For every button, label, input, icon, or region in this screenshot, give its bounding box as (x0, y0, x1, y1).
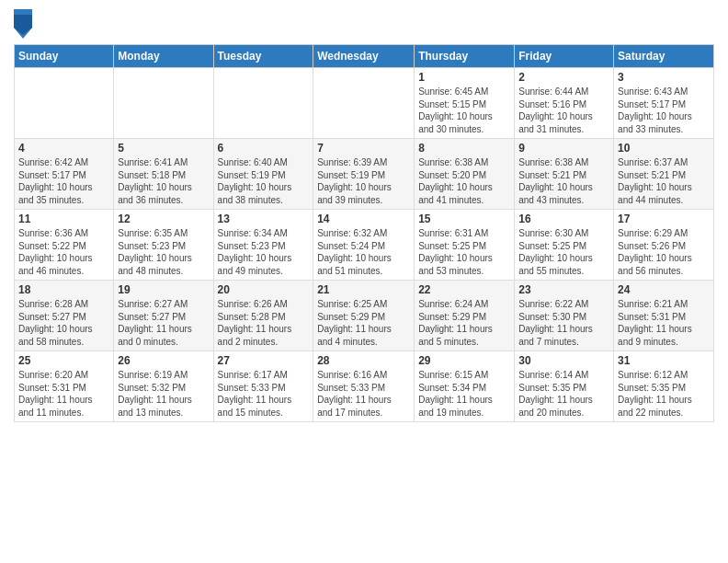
weekday-header-tuesday: Tuesday (213, 45, 313, 68)
day-info: Sunrise: 6:31 AM Sunset: 5:25 PM Dayligh… (418, 227, 510, 277)
weekday-header-saturday: Saturday (614, 45, 714, 68)
day-info: Sunrise: 6:20 AM Sunset: 5:31 PM Dayligh… (18, 369, 109, 419)
weekday-header-wednesday: Wednesday (313, 45, 415, 68)
calendar-cell (114, 68, 213, 139)
day-number: 19 (118, 283, 209, 296)
day-info: Sunrise: 6:27 AM Sunset: 5:27 PM Dayligh… (118, 298, 209, 348)
day-info: Sunrise: 6:12 AM Sunset: 5:35 PM Dayligh… (618, 369, 710, 419)
day-number: 27 (218, 354, 310, 367)
day-number: 12 (118, 213, 209, 225)
day-info: Sunrise: 6:22 AM Sunset: 5:30 PM Dayligh… (518, 298, 609, 348)
day-number: 9 (518, 142, 609, 155)
day-info: Sunrise: 6:26 AM Sunset: 5:28 PM Dayligh… (218, 298, 310, 348)
day-info: Sunrise: 6:29 AM Sunset: 5:26 PM Dayligh… (618, 227, 710, 277)
calendar-cell: 29Sunrise: 6:15 AM Sunset: 5:34 PM Dayli… (415, 351, 515, 422)
day-number: 31 (618, 354, 710, 367)
calendar-cell: 3Sunrise: 6:43 AM Sunset: 5:17 PM Daylig… (614, 68, 714, 139)
day-number: 18 (18, 283, 109, 296)
day-info: Sunrise: 6:34 AM Sunset: 5:23 PM Dayligh… (218, 227, 310, 277)
calendar-cell: 2Sunrise: 6:44 AM Sunset: 5:16 PM Daylig… (515, 68, 614, 139)
day-info: Sunrise: 6:15 AM Sunset: 5:34 PM Dayligh… (418, 369, 510, 419)
day-number: 2 (518, 71, 609, 84)
day-info: Sunrise: 6:21 AM Sunset: 5:31 PM Dayligh… (618, 298, 710, 348)
header (14, 9, 714, 39)
logo-icon (14, 9, 32, 39)
day-info: Sunrise: 6:38 AM Sunset: 5:20 PM Dayligh… (418, 156, 510, 206)
week-row-2: 4Sunrise: 6:42 AM Sunset: 5:17 PM Daylig… (15, 139, 714, 210)
calendar-cell: 12Sunrise: 6:35 AM Sunset: 5:23 PM Dayli… (114, 210, 213, 281)
calendar-cell: 7Sunrise: 6:39 AM Sunset: 5:19 PM Daylig… (313, 139, 415, 210)
calendar-cell: 25Sunrise: 6:20 AM Sunset: 5:31 PM Dayli… (15, 351, 114, 422)
day-info: Sunrise: 6:37 AM Sunset: 5:21 PM Dayligh… (618, 156, 710, 206)
calendar-cell: 17Sunrise: 6:29 AM Sunset: 5:26 PM Dayli… (614, 210, 714, 281)
day-info: Sunrise: 6:30 AM Sunset: 5:25 PM Dayligh… (518, 227, 609, 277)
day-number: 16 (518, 213, 609, 225)
calendar-cell: 13Sunrise: 6:34 AM Sunset: 5:23 PM Dayli… (213, 210, 313, 281)
day-info: Sunrise: 6:19 AM Sunset: 5:32 PM Dayligh… (118, 369, 209, 419)
day-number: 26 (118, 354, 209, 367)
day-number: 17 (618, 213, 710, 225)
day-info: Sunrise: 6:41 AM Sunset: 5:18 PM Dayligh… (118, 156, 209, 206)
calendar-cell: 30Sunrise: 6:14 AM Sunset: 5:35 PM Dayli… (515, 351, 614, 422)
logo (14, 9, 36, 39)
calendar-table: SundayMondayTuesdayWednesdayThursdayFrid… (14, 44, 714, 422)
week-row-4: 18Sunrise: 6:28 AM Sunset: 5:27 PM Dayli… (15, 281, 714, 351)
week-row-1: 1Sunrise: 6:45 AM Sunset: 5:15 PM Daylig… (15, 68, 714, 139)
day-info: Sunrise: 6:28 AM Sunset: 5:27 PM Dayligh… (18, 298, 109, 348)
calendar-cell (313, 68, 415, 139)
calendar-cell: 6Sunrise: 6:40 AM Sunset: 5:19 PM Daylig… (213, 139, 313, 210)
calendar-cell: 14Sunrise: 6:32 AM Sunset: 5:24 PM Dayli… (313, 210, 415, 281)
day-number: 5 (118, 142, 209, 155)
calendar-cell: 18Sunrise: 6:28 AM Sunset: 5:27 PM Dayli… (15, 281, 114, 351)
day-number: 25 (18, 354, 109, 367)
calendar-cell: 20Sunrise: 6:26 AM Sunset: 5:28 PM Dayli… (213, 281, 313, 351)
weekday-header-monday: Monday (114, 45, 213, 68)
weekday-header-friday: Friday (515, 45, 614, 68)
svg-marker-1 (14, 15, 32, 35)
day-number: 20 (218, 283, 310, 296)
calendar-cell: 22Sunrise: 6:24 AM Sunset: 5:29 PM Dayli… (415, 281, 515, 351)
day-number: 1 (418, 71, 510, 84)
calendar-cell: 23Sunrise: 6:22 AM Sunset: 5:30 PM Dayli… (515, 281, 614, 351)
calendar-cell: 24Sunrise: 6:21 AM Sunset: 5:31 PM Dayli… (614, 281, 714, 351)
day-info: Sunrise: 6:24 AM Sunset: 5:29 PM Dayligh… (418, 298, 510, 348)
day-number: 28 (317, 354, 410, 367)
calendar-cell: 15Sunrise: 6:31 AM Sunset: 5:25 PM Dayli… (415, 210, 515, 281)
calendar-cell: 16Sunrise: 6:30 AM Sunset: 5:25 PM Dayli… (515, 210, 614, 281)
calendar-cell: 1Sunrise: 6:45 AM Sunset: 5:15 PM Daylig… (415, 68, 515, 139)
calendar-cell: 27Sunrise: 6:17 AM Sunset: 5:33 PM Dayli… (213, 351, 313, 422)
day-number: 29 (418, 354, 510, 367)
weekday-header-row: SundayMondayTuesdayWednesdayThursdayFrid… (15, 45, 714, 68)
week-row-3: 11Sunrise: 6:36 AM Sunset: 5:22 PM Dayli… (15, 210, 714, 281)
week-row-5: 25Sunrise: 6:20 AM Sunset: 5:31 PM Dayli… (15, 351, 714, 422)
calendar-cell: 5Sunrise: 6:41 AM Sunset: 5:18 PM Daylig… (114, 139, 213, 210)
calendar-cell: 19Sunrise: 6:27 AM Sunset: 5:27 PM Dayli… (114, 281, 213, 351)
day-info: Sunrise: 6:35 AM Sunset: 5:23 PM Dayligh… (118, 227, 209, 277)
day-number: 7 (317, 142, 410, 155)
day-number: 15 (418, 213, 510, 225)
day-number: 4 (18, 142, 109, 155)
day-info: Sunrise: 6:45 AM Sunset: 5:15 PM Dayligh… (418, 86, 510, 135)
day-number: 6 (218, 142, 310, 155)
day-info: Sunrise: 6:32 AM Sunset: 5:24 PM Dayligh… (317, 227, 410, 277)
day-info: Sunrise: 6:14 AM Sunset: 5:35 PM Dayligh… (518, 369, 609, 419)
day-info: Sunrise: 6:38 AM Sunset: 5:21 PM Dayligh… (518, 156, 609, 206)
day-info: Sunrise: 6:16 AM Sunset: 5:33 PM Dayligh… (317, 369, 410, 419)
calendar-cell: 28Sunrise: 6:16 AM Sunset: 5:33 PM Dayli… (313, 351, 415, 422)
day-number: 10 (618, 142, 710, 155)
day-number: 8 (418, 142, 510, 155)
day-number: 24 (618, 283, 710, 296)
calendar-cell: 9Sunrise: 6:38 AM Sunset: 5:21 PM Daylig… (515, 139, 614, 210)
day-number: 21 (317, 283, 410, 296)
calendar-cell: 26Sunrise: 6:19 AM Sunset: 5:32 PM Dayli… (114, 351, 213, 422)
day-info: Sunrise: 6:42 AM Sunset: 5:17 PM Dayligh… (18, 156, 109, 206)
page-container: SundayMondayTuesdayWednesdayThursdayFrid… (0, 0, 728, 427)
day-number: 11 (18, 213, 109, 225)
calendar-cell (213, 68, 313, 139)
calendar-cell: 11Sunrise: 6:36 AM Sunset: 5:22 PM Dayli… (15, 210, 114, 281)
day-info: Sunrise: 6:39 AM Sunset: 5:19 PM Dayligh… (317, 156, 410, 206)
day-info: Sunrise: 6:36 AM Sunset: 5:22 PM Dayligh… (18, 227, 109, 277)
day-number: 30 (518, 354, 609, 367)
day-number: 22 (418, 283, 510, 296)
day-number: 13 (218, 213, 310, 225)
